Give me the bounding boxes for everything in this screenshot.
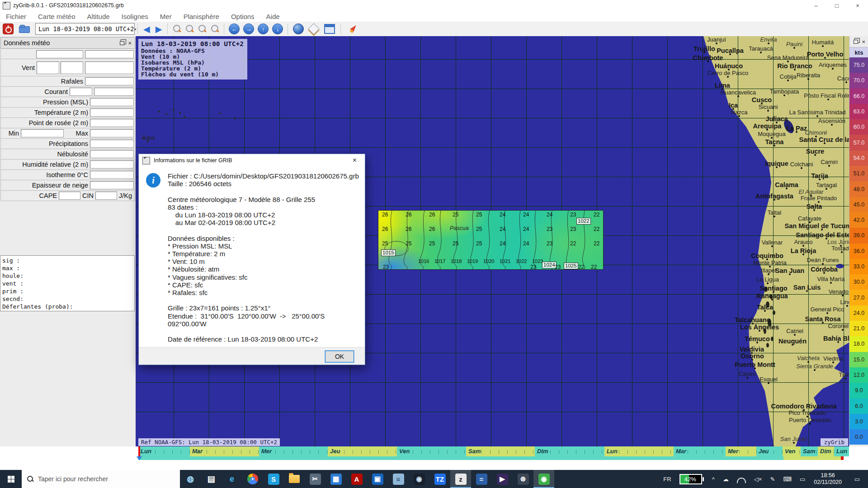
- grib-temp-value: 23: [530, 264, 536, 270]
- sea-state-line: sig :: [2, 257, 132, 264]
- tz-icon[interactable]: TZ: [429, 470, 450, 488]
- calculator-icon[interactable]: =: [471, 470, 492, 488]
- clock[interactable]: 18:56 02/11/2020: [809, 472, 846, 486]
- battery-indicator[interactable]: 42%: [675, 474, 708, 484]
- map-city-label: Ascensión: [818, 117, 845, 124]
- wifi-icon[interactable]: [733, 476, 750, 482]
- grib-temp-value: 24: [523, 211, 529, 218]
- pan-right-icon[interactable]: →: [243, 23, 254, 34]
- download-grib-rocket-icon[interactable]: [348, 24, 358, 34]
- zygrib-brand-label: zyGrib: [821, 438, 848, 446]
- float-scale-icon[interactable]: [854, 40, 858, 44]
- pan-left-icon[interactable]: ←: [229, 23, 240, 34]
- menu-item-fichier[interactable]: Fichier: [0, 13, 32, 20]
- dialog-titlebar[interactable]: Informations sur le fichier GRIB ×: [139, 154, 365, 167]
- skype-icon[interactable]: S: [263, 470, 284, 488]
- quit-button[interactable]: [3, 23, 14, 34]
- language-indicator[interactable]: FR: [659, 476, 675, 483]
- panel-titlebar[interactable]: Données météo ×: [0, 37, 135, 49]
- chrome-icon[interactable]: [242, 470, 263, 488]
- icon-glyph: ✂: [310, 474, 321, 485]
- city-dot: [832, 68, 834, 70]
- tray-chevron-icon[interactable]: ^: [708, 476, 719, 483]
- file-explorer-icon[interactable]: [284, 470, 305, 488]
- zoom-select-icon[interactable]: [198, 24, 207, 33]
- map-city-label: Juanjuí: [707, 36, 726, 43]
- ok-button[interactable]: OK: [325, 351, 354, 362]
- open-file-button[interactable]: [19, 24, 30, 33]
- cortana-icon[interactable]: ◍: [180, 470, 201, 488]
- city-dot: [703, 52, 705, 53]
- info-icon: i: [146, 173, 160, 188]
- muted-speaker-icon[interactable]: ◁×: [750, 476, 766, 483]
- timeline-cursor-icon[interactable]: [137, 456, 142, 460]
- snipping-tool-icon[interactable]: ✂: [305, 470, 326, 488]
- zoom-fit-icon[interactable]: [210, 24, 219, 33]
- touch-keyboard-icon[interactable]: ⌨: [779, 476, 796, 483]
- pen-icon[interactable]: ✎: [766, 476, 779, 483]
- media-player-icon[interactable]: ▶: [492, 470, 513, 488]
- window-title: zyGrib-8.0.1 - GFS20190318120602675.grb: [13, 2, 124, 9]
- notepad-icon[interactable]: ≡: [388, 470, 409, 488]
- next-timestep-button[interactable]: ▶: [153, 24, 165, 34]
- map-frame-icon[interactable]: [324, 24, 335, 34]
- pan-up-icon[interactable]: ↑: [258, 23, 269, 34]
- minimize-button[interactable]: –: [806, 0, 826, 11]
- menu-item-aide[interactable]: Aide: [260, 13, 286, 20]
- cloud-label: Nébulosité: [2, 150, 90, 158]
- city-dot: [826, 312, 828, 314]
- map-city-label: Esquel: [760, 376, 778, 383]
- city-dot: [813, 209, 815, 211]
- onedrive-cloud-icon[interactable]: ☁: [719, 476, 733, 483]
- menu-item-planisphre[interactable]: Planisphère: [178, 13, 225, 20]
- dialog-text-line: du Lun 18-03-2019 08:00 UTC+2: [168, 211, 360, 219]
- dialog-close-button[interactable]: ×: [344, 154, 365, 167]
- steam-icon[interactable]: ◉: [409, 470, 429, 488]
- menu-item-mer[interactable]: Mer: [154, 13, 178, 20]
- map-city-label: Humaitá: [812, 39, 834, 46]
- dialog-text-line: * CAPE: sfc: [168, 281, 360, 289]
- close-button[interactable]: ×: [847, 0, 868, 11]
- sea-state-line: prim :: [2, 287, 132, 295]
- city-dot: [814, 154, 816, 156]
- office-icon[interactable]: ▦: [326, 470, 346, 488]
- task-view-icon[interactable]: ▤: [201, 470, 222, 488]
- maximize-button[interactable]: □: [826, 0, 847, 11]
- close-panel-icon[interactable]: ×: [128, 40, 132, 47]
- pressure-field: [90, 98, 134, 106]
- wind-scale-band: 6.0: [849, 399, 868, 414]
- menu-item-altitude[interactable]: Altitude: [81, 13, 116, 20]
- icon-glyph: ◍: [185, 474, 196, 485]
- search-input[interactable]: Taper ici pour rechercher: [22, 470, 180, 488]
- menu-item-options[interactable]: Options: [225, 13, 260, 20]
- notification-center-icon[interactable]: ▭: [846, 476, 868, 483]
- zoom-in-icon[interactable]: [172, 24, 181, 33]
- prev-timestep-button[interactable]: ◀: [141, 24, 153, 34]
- float-panel-icon[interactable]: [120, 41, 124, 45]
- wind-scale-band: 21.0: [849, 321, 868, 336]
- menu-item-cartemto[interactable]: Carte météo: [32, 13, 81, 20]
- city-dot: [751, 359, 753, 361]
- capture-icon[interactable]: ◉: [533, 470, 554, 488]
- settings-icon[interactable]: ⊛: [513, 470, 533, 488]
- edge-icon[interactable]: e: [222, 470, 242, 488]
- start-button[interactable]: [0, 470, 22, 488]
- forecast-timeline[interactable]: LunMarMerJeuVenSamDimLunMarMerJeuVenSamD…: [136, 446, 849, 460]
- menu-item-isolignes[interactable]: Isolignes: [116, 13, 154, 20]
- globe-icon[interactable]: [293, 23, 304, 34]
- datetime-combo[interactable]: Lun 18-03-2019 08:00 UTC+2 ▾: [35, 23, 135, 35]
- photos-icon[interactable]: ▣: [367, 470, 388, 488]
- zygrib-icon[interactable]: z: [450, 470, 471, 488]
- pan-down-icon[interactable]: ↓: [272, 23, 283, 34]
- map-city-label: Tartagal: [816, 182, 837, 188]
- tray-window-icon[interactable]: ▭: [796, 476, 809, 483]
- dialog-title: Informations sur le fichier GRIB: [154, 157, 344, 164]
- compass-icon[interactable]: [308, 23, 320, 34]
- dialog-text-line: * Température: 2 m: [168, 250, 360, 258]
- grib-temp-value: 23: [547, 240, 552, 247]
- acrobat-icon[interactable]: A: [346, 470, 367, 488]
- zoom-out-icon[interactable]: [185, 24, 194, 33]
- toolbar: Lun 18-03-2019 08:00 UTC+2 ▾ ◀ ▶ ←→↑↓: [0, 22, 868, 37]
- close-scale-icon[interactable]: ×: [862, 38, 865, 45]
- search-placeholder: Taper ici pour rechercher: [38, 475, 108, 483]
